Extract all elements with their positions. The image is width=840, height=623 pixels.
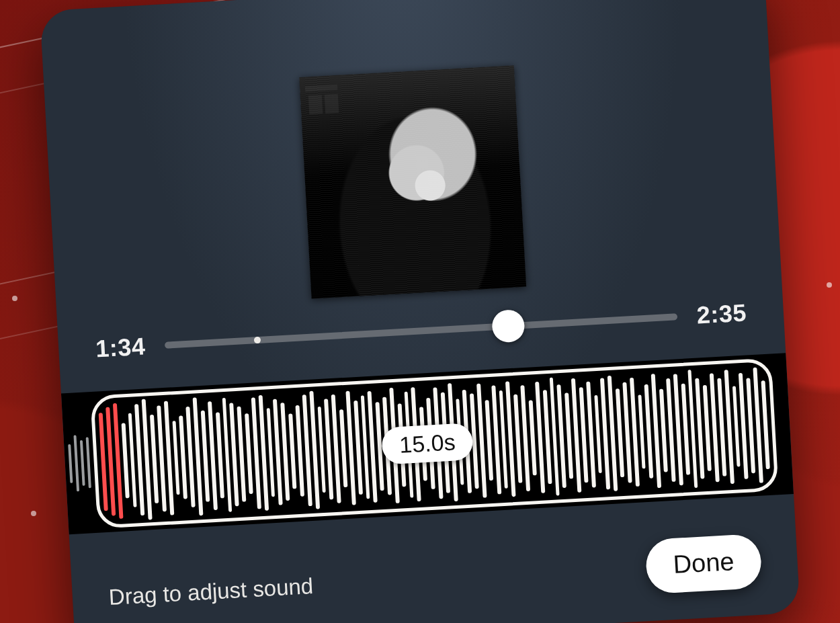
playback-slider[interactable] (165, 313, 677, 349)
waveform-bar (782, 407, 784, 440)
waveform-bar (681, 383, 689, 474)
sound-trim-panel: 1:34 2:35 15.0s Drag to adjust sound Don… (40, 0, 800, 623)
decorative-dot (827, 282, 832, 288)
waveform-bar (638, 394, 646, 468)
waveform-bar (485, 399, 493, 480)
waveform-bar (179, 415, 188, 499)
decorative-dot (12, 296, 17, 301)
waveform-bar (86, 437, 91, 488)
waveform-bar (732, 386, 741, 466)
playback-progress-row: 1:34 2:35 (90, 298, 752, 364)
waveform-bar (216, 412, 224, 498)
done-button[interactable]: Done (645, 533, 763, 593)
waveform-bar (80, 440, 85, 485)
waveform-bar (784, 394, 788, 453)
waveform-bar (659, 388, 668, 472)
current-time: 1:34 (90, 332, 151, 364)
drag-hint: Drag to adjust sound (108, 573, 314, 610)
waveform-bar (594, 394, 602, 473)
waveform-bar (339, 409, 347, 487)
waveform-bar (778, 399, 780, 449)
playback-knob[interactable] (491, 308, 526, 343)
waveform-bar (121, 422, 129, 498)
decorative-dot (31, 511, 36, 516)
clip-duration-pill: 15.0s (381, 422, 474, 464)
total-time: 2:35 (691, 298, 752, 330)
selection-start-tick (253, 336, 261, 343)
waveform-bar (68, 444, 73, 483)
waveform-bar (288, 413, 296, 489)
waveform-bar (73, 435, 79, 491)
waveform-bar (172, 421, 180, 494)
waveform-bar (245, 413, 253, 493)
waveform-bar (761, 380, 769, 469)
waveform-bar (529, 399, 537, 475)
album-art (299, 65, 526, 298)
